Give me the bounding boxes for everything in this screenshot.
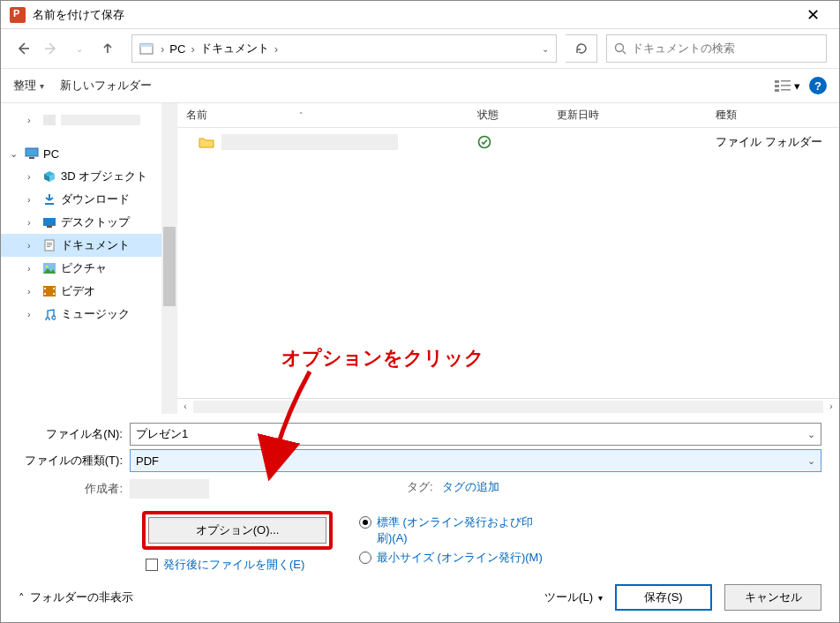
svg-rect-23	[44, 293, 46, 295]
hide-folders-toggle[interactable]: ˄ フォルダーの非表示	[19, 589, 133, 605]
col-type[interactable]: 種類	[716, 108, 839, 123]
svg-rect-17	[47, 244, 52, 245]
svg-rect-21	[43, 286, 56, 296]
crumb-documents[interactable]: ドキュメント	[200, 41, 269, 56]
redacted-name	[221, 134, 398, 150]
file-row[interactable]: ファイル フォルダー	[177, 128, 839, 156]
nav-back-button[interactable]	[13, 39, 33, 58]
filename-label: ファイル名(N):	[19, 426, 130, 442]
svg-rect-12	[45, 203, 54, 205]
tree-item-redacted[interactable]: ›	[1, 109, 177, 131]
breadcrumb[interactable]: › PC › ドキュメント ›	[161, 41, 278, 56]
svg-rect-13	[43, 218, 56, 226]
author-label: 作成者:	[19, 481, 130, 497]
optimize-minimum-radio[interactable]	[359, 552, 371, 564]
svg-rect-10	[26, 148, 38, 156]
tree-item-music[interactable]: › ミュージック	[1, 303, 177, 326]
help-button[interactable]: ?	[809, 77, 827, 94]
svg-rect-6	[781, 85, 791, 86]
svg-rect-5	[775, 85, 779, 87]
document-icon	[41, 238, 57, 252]
view-mode-button[interactable]: ▾	[775, 79, 800, 93]
download-icon	[41, 192, 57, 206]
col-name[interactable]: 名前˄	[186, 108, 477, 123]
author-value-redacted	[130, 479, 209, 499]
search-icon	[614, 42, 626, 55]
options-button-highlight: オプション(O)...	[142, 511, 333, 550]
tree-item-documents[interactable]: › ドキュメント	[1, 234, 177, 257]
options-button[interactable]: オプション(O)...	[148, 517, 326, 544]
music-icon	[41, 307, 57, 321]
svg-rect-4	[781, 80, 791, 82]
svg-rect-25	[53, 293, 55, 295]
svg-rect-24	[53, 288, 55, 289]
filetype-label: ファイルの種類(T):	[19, 453, 130, 469]
new-folder-button[interactable]: 新しいフォルダー	[60, 78, 152, 94]
column-headers[interactable]: 名前˄ 状態 更新日時 種類	[177, 103, 839, 128]
refresh-button[interactable]	[566, 34, 597, 63]
open-after-label[interactable]: 発行後にファイルを開く(E)	[163, 557, 304, 573]
svg-rect-18	[47, 246, 50, 247]
desktop-icon	[41, 215, 57, 229]
nav-up-button[interactable]	[98, 39, 117, 58]
recent-locations-button[interactable]: ⌄	[70, 39, 89, 58]
filename-dropdown-icon[interactable]: ⌄	[807, 429, 815, 440]
tools-menu[interactable]: ツール(L)▾	[544, 589, 603, 605]
add-tag-link[interactable]: タグの追加	[442, 479, 499, 495]
svg-point-2	[616, 44, 624, 52]
col-date[interactable]: 更新日時	[557, 108, 716, 123]
optimize-standard-label[interactable]: 標準 (オンライン発行および印刷)(A)	[377, 514, 544, 546]
svg-rect-11	[29, 157, 34, 159]
save-button[interactable]: 保存(S)	[615, 584, 712, 611]
nav-forward-button[interactable]	[41, 39, 61, 58]
svg-rect-8	[781, 89, 791, 91]
chevron-up-icon: ˄	[19, 591, 25, 604]
tree-item-pictures[interactable]: › ピクチャ	[1, 257, 177, 280]
pc-icon	[24, 146, 40, 161]
open-after-checkbox[interactable]	[146, 559, 158, 571]
svg-rect-1	[140, 44, 153, 47]
tree-item-desktop[interactable]: › デスクトップ	[1, 211, 177, 234]
svg-rect-14	[47, 226, 52, 228]
svg-rect-7	[775, 89, 779, 92]
search-input[interactable]: ドキュメントの検索	[606, 34, 827, 63]
svg-point-20	[45, 265, 48, 267]
optimize-minimum-label[interactable]: 最小サイズ (オンライン発行)(M)	[377, 550, 543, 566]
video-icon	[41, 284, 57, 298]
horizontal-scrollbar[interactable]: ‹›	[177, 398, 839, 414]
tag-label: タグ:	[407, 479, 433, 495]
search-placeholder: ドキュメントの検索	[632, 41, 735, 56]
folder-tree[interactable]: › ⌄ PC › 3D オブジェクト › ダウンロード ›	[1, 103, 177, 414]
filename-input[interactable]: プレゼン1 ⌄	[130, 423, 821, 446]
window-title: 名前を付けて保存	[33, 7, 795, 23]
file-type-label: ファイル フォルダー	[716, 134, 839, 150]
crumb-pc[interactable]: PC	[169, 42, 185, 56]
tree-item-3d-objects[interactable]: › 3D オブジェクト	[1, 165, 177, 188]
organize-menu[interactable]: 整理▾	[13, 78, 44, 94]
tree-item-downloads[interactable]: › ダウンロード	[1, 188, 177, 211]
svg-rect-16	[47, 243, 52, 244]
cancel-button[interactable]: キャンセル	[724, 584, 821, 611]
tree-item-videos[interactable]: › ビデオ	[1, 280, 177, 303]
status-ok-icon	[477, 135, 557, 149]
picture-icon	[41, 261, 57, 275]
svg-rect-3	[775, 80, 779, 83]
filetype-select[interactable]: PDF ⌄	[130, 449, 821, 472]
address-bar[interactable]: › PC › ドキュメント › ⌄	[131, 34, 557, 63]
close-button[interactable]: ✕	[795, 5, 830, 25]
tree-item-pc[interactable]: ⌄ PC	[1, 142, 177, 165]
cube-icon	[41, 169, 57, 184]
folder-root-icon	[139, 41, 154, 56]
address-dropdown-icon[interactable]: ⌄	[542, 44, 549, 54]
col-status[interactable]: 状態	[477, 108, 557, 123]
app-icon	[10, 7, 26, 23]
svg-rect-9	[43, 115, 56, 125]
sidebar-scrollbar[interactable]	[161, 103, 177, 414]
filetype-dropdown-icon[interactable]: ⌄	[807, 455, 815, 467]
svg-rect-22	[44, 288, 46, 289]
folder-icon	[199, 136, 214, 148]
optimize-standard-radio[interactable]	[359, 516, 371, 529]
